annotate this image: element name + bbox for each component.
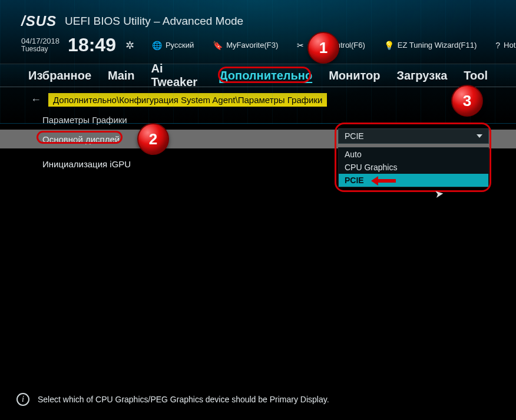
main-nav: Избранное Main Ai Tweaker Дополнительно … (0, 64, 516, 87)
myfavorite-label: MyFavorite(F3) (226, 41, 278, 49)
tuning-wizard-button[interactable]: 💡 EZ Tuning Wizard(F11) (381, 41, 480, 50)
setting-igpu-label: Инициализация iGPU (42, 159, 328, 169)
app-title: UEFI BIOS Utility – Advanced Mode (65, 15, 243, 28)
day-text: Tuesday (21, 45, 59, 53)
dropdown-option-auto[interactable]: Auto (339, 148, 488, 161)
language-label: Русский (166, 41, 194, 49)
brand-logo: /SUS (21, 13, 57, 29)
nav-tab-tool[interactable]: Tool (464, 69, 488, 82)
info-row: 04/17/2018 Tuesday 18:49 ✲ 🌐 Русский 🔖 M… (21, 34, 495, 56)
annotation-badge-3: 3 (451, 85, 483, 117)
nav-tab-boot[interactable]: Загрузка (396, 69, 447, 82)
question-icon: ? (495, 41, 500, 50)
date-text: 04/17/2018 (21, 37, 59, 45)
nav-tab-main[interactable]: Main (108, 69, 135, 82)
fan-icon: ✂ (297, 41, 304, 50)
nav-tab-aitweaker[interactable]: Ai Tweaker (151, 62, 203, 89)
bookmark-icon: 🔖 (213, 41, 223, 50)
footer-hint-text: Select which of CPU Graphics/PEG Graphic… (38, 395, 329, 404)
language-button[interactable]: 🌐 Русский (148, 41, 197, 50)
dropdown-selected-value: PCIE (345, 131, 364, 141)
dropdown-list: Auto CPU Graphics PCIE (338, 147, 489, 187)
dropdown-option-pcie[interactable]: PCIE (339, 174, 488, 187)
annotation-badge-2: 2 (137, 123, 169, 155)
myfavorite-button[interactable]: 🔖 MyFavorite(F3) (209, 41, 282, 50)
clock-time: 18:49 (65, 34, 120, 56)
hotkeys-label: Hot Keys (504, 41, 516, 49)
header: /SUS UEFI BIOS Utility – Advanced Mode 0… (0, 0, 516, 64)
hotkeys-button[interactable]: ? Hot Keys (492, 41, 516, 50)
globe-icon: 🌐 (152, 41, 162, 50)
nav-tab-advanced[interactable]: Дополнительно (219, 69, 312, 82)
bulb-icon: 💡 (384, 41, 394, 50)
tuning-label: EZ Tuning Wizard(F11) (398, 41, 477, 49)
footer: i Select which of CPU Graphics/PEG Graph… (16, 393, 329, 406)
nav-tab-favorite[interactable]: Избранное (28, 69, 91, 82)
nav-tab-monitor[interactable]: Монитор (329, 69, 380, 82)
gear-icon[interactable]: ✲ (125, 39, 134, 52)
dropdown-option-cpu-graphics[interactable]: CPU Graphics (339, 161, 488, 174)
dropdown-selected[interactable]: PCIE (338, 128, 489, 144)
date-block: 04/17/2018 Tuesday (21, 37, 59, 53)
setting-primary-display-label: Основной дисплей (42, 134, 328, 144)
annotation-badge-1: 1 (307, 32, 339, 64)
chevron-down-icon (477, 134, 482, 138)
cursor-icon: ➤ (434, 187, 445, 201)
info-icon: i (16, 393, 29, 406)
primary-display-dropdown: PCIE Auto CPU Graphics PCIE (338, 128, 489, 187)
